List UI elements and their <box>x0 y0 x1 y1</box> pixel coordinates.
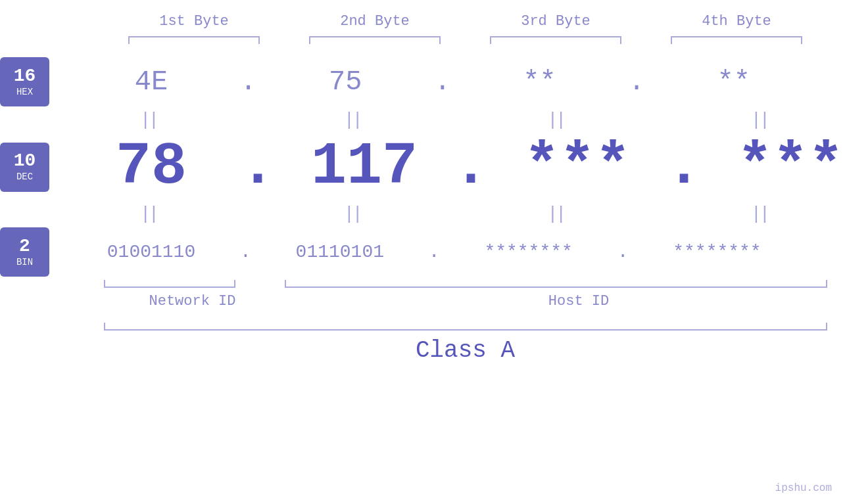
byte2-header: 2nd Byte <box>302 13 447 30</box>
eq1-cell4: || <box>673 110 845 130</box>
dec-row: 10 DEC 78 . 117 . *** . *** <box>0 133 845 200</box>
host-id-label: Host ID <box>331 293 827 309</box>
eq1-cell2: || <box>266 110 438 130</box>
dec-badge: 10 DEC <box>0 143 49 192</box>
network-id-label: Network ID <box>104 293 281 309</box>
dec-values: 78 . 117 . *** . *** <box>62 133 845 200</box>
hex-byte1-cell: 4E <box>62 66 240 98</box>
eq1-cell1: || <box>62 110 234 130</box>
eq2-4: || <box>751 204 768 224</box>
bin-row: 2 BIN 01001110 . 01110101 . ******** . *… <box>0 227 845 277</box>
bracket-bottom-host <box>285 280 827 288</box>
eq1-1: || <box>140 110 157 130</box>
dec-byte4: *** <box>737 133 844 200</box>
class-bracket <box>104 323 827 331</box>
bin-byte4-cell: ******** <box>628 242 806 262</box>
bracket-top-2 <box>309 36 441 44</box>
hex-byte4-cell: ** <box>645 66 823 98</box>
bracket-bottom-network <box>104 280 235 288</box>
bin-dot2: . <box>429 242 440 262</box>
dec-byte1-cell: 78 <box>62 133 240 200</box>
eq2-cell1: || <box>62 204 234 224</box>
bin-byte4: ******** <box>673 242 761 262</box>
bin-badge-number: 2 <box>19 237 30 256</box>
class-section: Class A <box>104 323 827 364</box>
bracket-top-1 <box>128 36 260 44</box>
bin-badge: 2 BIN <box>0 227 49 277</box>
bin-byte3-cell: ******** <box>440 242 617 262</box>
hex-byte3-cell: ** <box>450 66 628 98</box>
hex-badge-number: 16 <box>14 67 36 85</box>
bin-byte2: 01110101 <box>296 242 384 262</box>
class-label: Class A <box>104 337 827 364</box>
bin-byte2-cell: 01110101 <box>251 242 429 262</box>
dec-byte3-cell: *** <box>489 133 666 200</box>
byte4-header: 4th Byte <box>664 13 809 30</box>
hex-dot3: . <box>628 66 644 98</box>
labels-row: Network ID Host ID <box>104 293 827 309</box>
top-brackets <box>104 36 827 44</box>
bin-byte1: 01001110 <box>107 242 195 262</box>
hex-byte3: ** <box>523 66 556 98</box>
hex-byte2-cell: 75 <box>256 66 434 98</box>
eq2-cell2: || <box>266 204 438 224</box>
eq2-cell3: || <box>470 204 641 224</box>
dec-byte1: 78 <box>116 133 187 200</box>
hex-byte4: ** <box>717 66 750 98</box>
bracket-top-3 <box>490 36 621 44</box>
hex-values: 4E . 75 . ** . ** <box>62 66 845 98</box>
eq1-4: || <box>751 110 768 130</box>
dec-byte2: 117 <box>311 133 418 200</box>
dec-badge-label: DEC <box>16 172 33 182</box>
hex-dot2: . <box>434 66 450 98</box>
eq2-cell4: || <box>673 204 845 224</box>
bottom-brackets-row <box>104 280 827 288</box>
hex-byte1: 4E <box>135 66 168 98</box>
hex-dot1: . <box>240 66 256 98</box>
eq2-1: || <box>140 204 157 224</box>
dec-dot3: . <box>666 133 702 200</box>
hex-byte2: 75 <box>329 66 362 98</box>
bin-values: 01001110 . 01110101 . ******** . *******… <box>62 242 845 262</box>
eq2-3: || <box>547 204 564 224</box>
bottom-section: Network ID Host ID <box>104 280 827 309</box>
dec-dot2: . <box>453 133 489 200</box>
eq1-3: || <box>547 110 564 130</box>
hex-badge-label: HEX <box>16 87 33 97</box>
byte3-header: 3rd Byte <box>483 13 628 30</box>
dec-dot1: . <box>240 133 276 200</box>
hex-badge: 16 HEX <box>0 57 49 106</box>
dec-byte3: *** <box>524 133 631 200</box>
bin-byte3: ******** <box>484 242 572 262</box>
bin-byte1-cell: 01001110 <box>62 242 240 262</box>
dec-badge-number: 10 <box>14 152 36 170</box>
byte-headers: 1st Byte 2nd Byte 3rd Byte 4th Byte <box>104 13 827 30</box>
hex-row: 16 HEX 4E . 75 . ** . ** <box>0 57 845 106</box>
main-container: 1st Byte 2nd Byte 3rd Byte 4th Byte 16 H… <box>0 0 845 504</box>
dec-byte4-cell: *** <box>702 133 845 200</box>
byte1-header: 1st Byte <box>122 13 266 30</box>
bracket-top-4 <box>671 36 802 44</box>
eq2-2: || <box>343 204 360 224</box>
dec-byte2-cell: 117 <box>276 133 453 200</box>
eq1-cell3: || <box>470 110 641 130</box>
watermark: ipshu.com <box>775 482 832 494</box>
bin-dot3: . <box>617 242 629 262</box>
equals-row-1: || || || || <box>0 110 845 130</box>
bin-dot1: . <box>240 242 251 262</box>
bin-badge-label: BIN <box>16 257 33 267</box>
eq1-2: || <box>343 110 360 130</box>
equals-row-2: || || || || <box>0 204 845 224</box>
